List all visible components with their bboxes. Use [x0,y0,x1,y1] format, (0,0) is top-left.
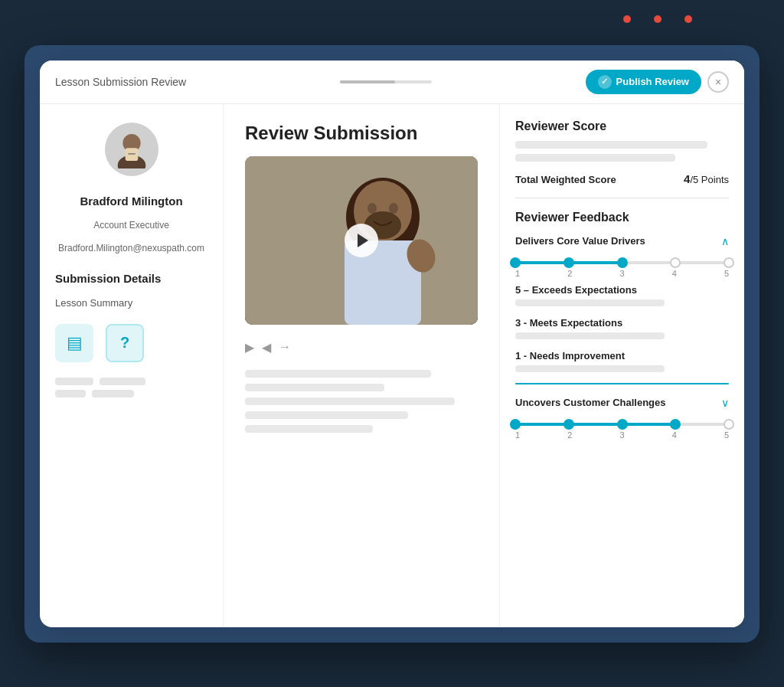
slider-label-3: 3 [619,269,624,278]
feedback-section-2-chevron-down[interactable]: ∨ [721,397,729,409]
publish-icon-circle: ✓ [598,75,612,89]
svg-point-10 [389,203,398,214]
slider-dot-1-4 [670,257,681,268]
lesson-book-icon-box[interactable]: ▤ [55,324,93,362]
slider-dot-2-4 [670,419,681,430]
score-skel-1 [515,141,707,149]
window-title: Lesson Submission Review [55,76,186,88]
slider-1[interactable]: 1 2 3 4 5 [515,255,729,284]
weighted-score-max: /5 Points [690,174,729,185]
close-button[interactable]: × [707,71,729,93]
play-control[interactable]: ▶ [245,340,254,355]
text-skel-1 [245,370,431,378]
user-avatar [105,123,158,176]
slider-dot-1-3 [617,257,628,268]
text-skel-4 [245,411,408,419]
slider-dot-2-3 [617,419,628,430]
score-skel-2 [515,154,675,162]
text-skel-3 [245,397,455,405]
publish-button-label: Publish Review [616,76,689,87]
slider-2-labels: 1 2 3 4 5 [515,430,729,440]
slider-2-label-3: 3 [619,430,624,440]
slider-2-label-4: 4 [672,430,677,440]
needs-label: 1 - Needs Improvement [515,350,729,361]
weighted-score-label: Total Weighted Score [515,174,616,185]
lesson-summary-label: Lesson Summary [55,297,207,309]
skeleton-block [55,378,93,385]
user-name: Bradford Milington [55,195,207,208]
video-container[interactable] [245,156,478,325]
icons-row: ▤ ? [55,324,207,362]
divider-1 [515,198,729,198]
decorative-dot-2 [654,15,662,23]
decorative-dot-3 [684,15,692,23]
center-content: Review Submission [224,104,499,627]
feedback-item-needs: 1 - Needs Improvement [515,350,729,372]
slider-1-track [515,261,729,264]
feedback-section-2: Uncovers Customer Challenges ∨ [515,397,729,446]
feedback-section-2-label: Uncovers Customer Challenges [515,397,666,408]
meets-skel [515,332,665,339]
slider-dot-2-5 [724,419,734,430]
text-skel-2 [245,384,384,391]
user-role: Account Executive [55,220,207,231]
text-skeleton [245,370,478,433]
header-actions: ✓ Publish Review × [586,70,729,94]
slider-2-label-2: 2 [567,430,572,440]
video-background [245,156,478,325]
outer-card: Lesson Submission Review ✓ Publish Revie… [24,45,760,643]
feedback-divider-teal [515,383,729,384]
sidebar-skeleton [55,378,207,397]
rewind-control[interactable]: ◀ [262,340,271,355]
skeleton-block [100,378,145,385]
slider-2-fill [515,423,675,426]
skeleton-block [55,390,86,397]
submission-details-title: Submission Details [55,272,207,285]
slider-dot-2-2 [564,419,574,430]
needs-skel [515,365,665,372]
feedback-section-2-header: Uncovers Customer Challenges ∨ [515,397,729,409]
avatar-container [55,123,207,176]
exceeds-label: 5 – Exceeds Expectations [515,284,729,296]
feedback-section-1-header: Delivers Core Value Drivers ∧ [515,235,729,247]
svg-rect-3 [128,153,136,155]
feedback-section-1-chevron-up[interactable]: ∧ [721,235,729,247]
slider-dot-2-1 [510,419,521,430]
slider-1-labels: 1 2 3 4 5 [515,269,729,278]
reviewer-score-title: Reviewer Score [515,119,729,133]
slider-dot-1-2 [564,257,574,268]
slider-2[interactable]: 1 2 3 4 5 [515,417,729,446]
slider-dot-1-1 [510,257,521,268]
inner-card: Lesson Submission Review ✓ Publish Revie… [40,61,744,627]
sidebar: Bradford Milington Account Executive Bra… [40,104,224,627]
right-panel: Reviewer Score Total Weighted Score 4/5 … [499,104,744,627]
publish-review-button[interactable]: ✓ Publish Review [586,70,701,94]
review-submission-title: Review Submission [245,123,478,144]
feedback-section-1: Delivers Core Value Drivers ∧ [515,235,729,384]
slider-label-2: 2 [567,269,572,278]
meets-label: 3 - Meets Expectations [515,317,729,329]
feedback-section-1-label: Delivers Core Value Drivers [515,235,645,247]
help-icon-box[interactable]: ? [106,324,144,362]
slider-label-5: 5 [724,269,729,278]
score-skeleton [515,141,729,162]
weighted-score-row: Total Weighted Score 4/5 Points [515,172,729,185]
feedback-item-meets: 3 - Meets Expectations [515,317,729,339]
skeleton-row-2 [55,390,207,397]
help-question-icon: ? [120,334,129,352]
book-icon: ▤ [67,333,83,353]
slider-label-1: 1 [515,269,520,278]
header-bar: Lesson Submission Review ✓ Publish Revie… [40,61,744,104]
svg-point-9 [368,203,377,214]
play-button[interactable] [345,224,378,257]
reviewer-feedback-title: Reviewer Feedback [515,211,729,224]
user-email: Bradford.Milington@nexuspath.com [55,243,207,254]
text-skel-5 [245,425,373,433]
header-progress [340,80,432,83]
forward-control[interactable]: → [279,340,291,354]
slider-dot-1-5 [724,257,734,268]
progress-bar-container [340,80,432,83]
content-area: Bradford Milington Account Executive Bra… [40,104,744,627]
decorative-dot-1 [623,15,631,23]
avatar-svg [113,130,151,168]
